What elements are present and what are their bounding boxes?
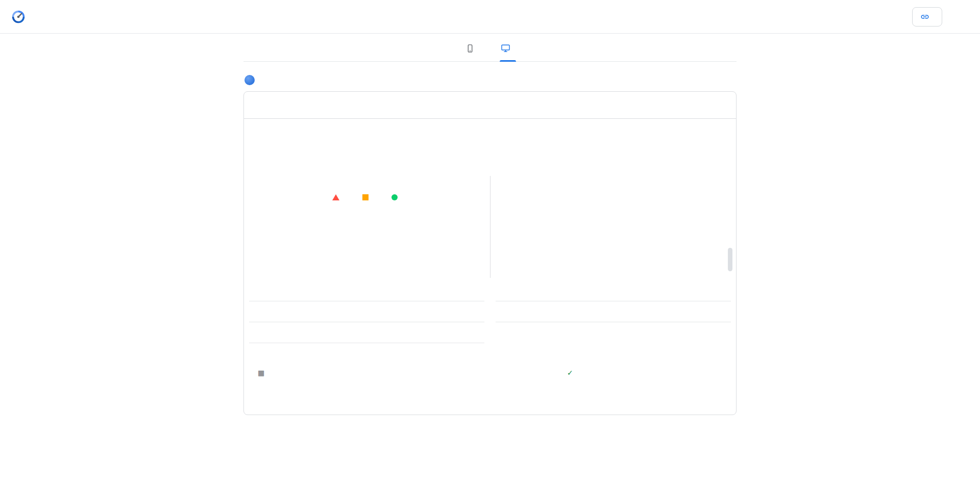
legend-poor (332, 194, 344, 200)
copy-link-button[interactable] (912, 7, 942, 27)
metrics-grid (249, 301, 731, 364)
good-dot-icon (496, 329, 501, 334)
good-dot-icon (249, 308, 255, 314)
scrollbar-thumb[interactable] (728, 248, 732, 271)
report-card: ▦ ✓ (243, 91, 737, 415)
performance-summary (244, 119, 736, 297)
column-divider (490, 176, 491, 278)
related-audits-toggle[interactable]: ✓ (567, 369, 577, 377)
tab-mobile[interactable] (464, 36, 480, 61)
average-square-icon (249, 329, 255, 334)
good-dot-icon (496, 308, 501, 314)
legend-good (391, 194, 402, 200)
metric-speed-index (249, 343, 484, 364)
metric-cls (496, 322, 731, 343)
good-circle-icon (391, 194, 398, 200)
metric-tbt (249, 322, 484, 343)
check-icon: ✓ (567, 369, 573, 377)
link-icon (920, 12, 929, 21)
treemap-icon: ▦ (258, 369, 264, 377)
pagespeed-logo-icon (11, 10, 26, 24)
diagnose-section-header (243, 75, 737, 85)
poor-triangle-icon (332, 194, 339, 200)
average-square-icon (362, 194, 369, 200)
score-seo[interactable] (568, 105, 596, 110)
insights-icon (244, 75, 255, 85)
metrics-footer-row: ▦ ✓ (249, 369, 731, 394)
legend-average (362, 194, 373, 200)
app-header (0, 0, 980, 34)
metric-empty-cell (496, 343, 731, 364)
tab-desktop[interactable] (500, 36, 516, 61)
score-best-practices[interactable] (506, 105, 535, 110)
device-tabbar (243, 34, 737, 62)
phone-icon (465, 44, 475, 53)
score-legend (332, 194, 402, 200)
page-screenshot[interactable] (530, 165, 696, 284)
desktop-icon (501, 43, 510, 53)
category-scores-row (244, 92, 736, 119)
metric-lcp (496, 301, 731, 322)
average-square-icon (249, 350, 255, 355)
score-accessibility[interactable] (445, 105, 474, 110)
metric-fcp (249, 301, 484, 322)
view-treemap-button[interactable]: ▦ (258, 369, 268, 377)
score-performance[interactable] (384, 105, 412, 110)
